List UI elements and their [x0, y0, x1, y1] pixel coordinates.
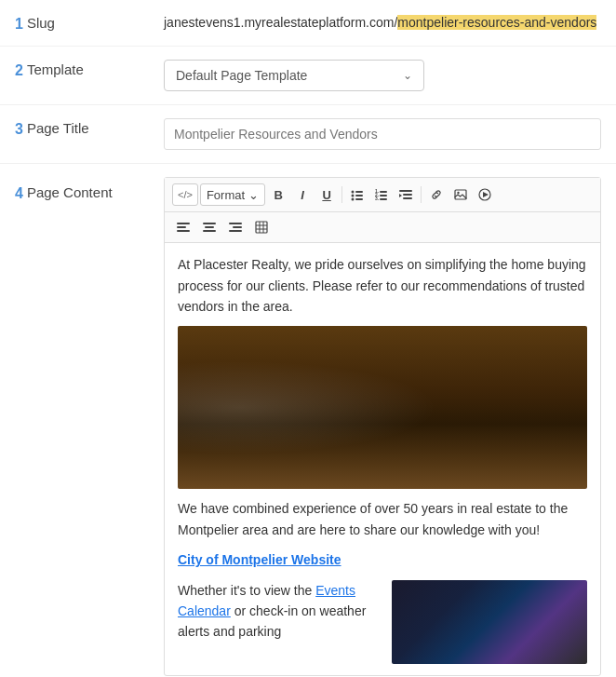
- align-left-button[interactable]: [172, 216, 194, 238]
- svg-point-2: [352, 195, 355, 197]
- page-content-row: 4 Page Content </> Format ⌄ B I U: [0, 164, 616, 677]
- editor-toolbar-row1: </> Format ⌄ B I U: [165, 178, 600, 212]
- italic-button[interactable]: I: [291, 183, 314, 206]
- editor-bottom-section: Whether it's to view the Events Calendar…: [178, 580, 587, 664]
- ordered-list-button[interactable]: 1. 2. 3.: [370, 183, 393, 206]
- slug-label: 1 Slug: [15, 13, 164, 33]
- editor-image-2: [392, 580, 587, 664]
- format-dropdown[interactable]: Format ⌄: [200, 183, 265, 206]
- svg-rect-24: [205, 226, 214, 228]
- chevron-down-icon: ⌄: [403, 69, 412, 82]
- svg-rect-27: [233, 226, 242, 228]
- editor-wrapper: </> Format ⌄ B I U: [164, 177, 601, 675]
- table-button[interactable]: [250, 216, 273, 238]
- svg-rect-25: [203, 230, 216, 232]
- indent-button[interactable]: [395, 183, 417, 206]
- svg-rect-26: [229, 223, 242, 224]
- editor-third-paragraph: Whether it's to view the Events Calendar…: [178, 580, 381, 643]
- page-content-label: 4 Page Content: [15, 177, 164, 202]
- svg-rect-13: [403, 194, 412, 196]
- template-selected-value: Default Page Template: [176, 68, 307, 83]
- step-2-number: 2: [15, 61, 23, 79]
- step-1-number: 1: [15, 15, 23, 33]
- page-title-row: 3 Page Title: [0, 105, 616, 164]
- editor-second-paragraph: We have combined experience of over 50 y…: [178, 498, 587, 540]
- svg-text:3.: 3.: [375, 196, 380, 201]
- svg-point-17: [457, 192, 459, 194]
- svg-rect-12: [399, 190, 412, 192]
- template-label-text: Template: [27, 61, 84, 77]
- editor-body[interactable]: At Placester Realty, we pride ourselves …: [165, 243, 600, 674]
- svg-rect-20: [177, 223, 190, 224]
- page-title-field-content: [164, 118, 601, 150]
- template-field-content: Default Page Template ⌄: [164, 60, 601, 91]
- page-content-label-text: Page Content: [27, 184, 113, 200]
- page-title-input[interactable]: [164, 118, 601, 150]
- format-chevron-icon: ⌄: [248, 188, 259, 202]
- editor-third-prefix: Whether it's to view the: [178, 583, 315, 598]
- bullet-list-button[interactable]: [346, 183, 368, 206]
- slug-highlighted[interactable]: montpelier-resources-and-vendors: [397, 15, 596, 30]
- template-dropdown[interactable]: Default Page Template ⌄: [164, 60, 424, 91]
- play-button[interactable]: [474, 183, 496, 206]
- svg-marker-19: [483, 192, 489, 197]
- template-row: 2 Template Default Page Template ⌄: [0, 47, 616, 105]
- svg-rect-21: [177, 226, 186, 228]
- format-label: Format: [207, 188, 245, 202]
- svg-rect-29: [256, 222, 267, 233]
- city-montpelier-link[interactable]: City of Montpelier Website: [178, 552, 341, 567]
- template-label: 2 Template: [15, 60, 164, 79]
- align-right-button[interactable]: [224, 216, 247, 238]
- svg-point-0: [352, 191, 355, 194]
- editor-intro-paragraph: At Placester Realty, we pride ourselves …: [178, 254, 587, 317]
- svg-rect-22: [177, 230, 190, 232]
- editor-image-1: [178, 326, 587, 489]
- slug-value-container: janestevens1.myrealestateplatform.com/mo…: [164, 13, 601, 33]
- code-view-button[interactable]: </>: [172, 183, 198, 206]
- editor-toolbar-row2: [165, 212, 600, 243]
- svg-rect-3: [355, 195, 363, 196]
- page-title-label: 3 Page Title: [15, 118, 164, 138]
- slug-base-url: janestevens1.myrealestateplatform.com/: [164, 15, 397, 30]
- svg-rect-7: [380, 191, 387, 193]
- link-button[interactable]: [425, 183, 448, 206]
- toolbar-separator-2: [421, 186, 422, 203]
- bold-button[interactable]: B: [267, 183, 289, 206]
- svg-rect-9: [380, 195, 387, 196]
- svg-point-4: [352, 198, 355, 201]
- editor-link-paragraph: City of Montpelier Website: [178, 549, 587, 570]
- svg-rect-5: [355, 198, 363, 200]
- svg-rect-23: [203, 223, 216, 224]
- align-center-button[interactable]: [198, 216, 221, 238]
- svg-rect-1: [355, 191, 363, 193]
- slug-row: 1 Slug janestevens1.myrealestateplatform…: [0, 0, 616, 47]
- slug-label-text: Slug: [27, 15, 55, 31]
- rich-text-editor[interactable]: </> Format ⌄ B I U: [164, 177, 601, 675]
- toolbar-separator-1: [341, 186, 342, 203]
- step-4-number: 4: [15, 184, 23, 202]
- step-3-number: 3: [15, 120, 23, 138]
- underline-button[interactable]: U: [315, 183, 338, 206]
- svg-rect-14: [403, 197, 412, 199]
- page-title-label-text: Page Title: [27, 120, 89, 136]
- svg-rect-28: [229, 230, 242, 232]
- image-button[interactable]: [449, 183, 472, 206]
- svg-rect-11: [380, 198, 387, 200]
- svg-rect-16: [455, 190, 466, 199]
- svg-marker-15: [399, 194, 402, 197]
